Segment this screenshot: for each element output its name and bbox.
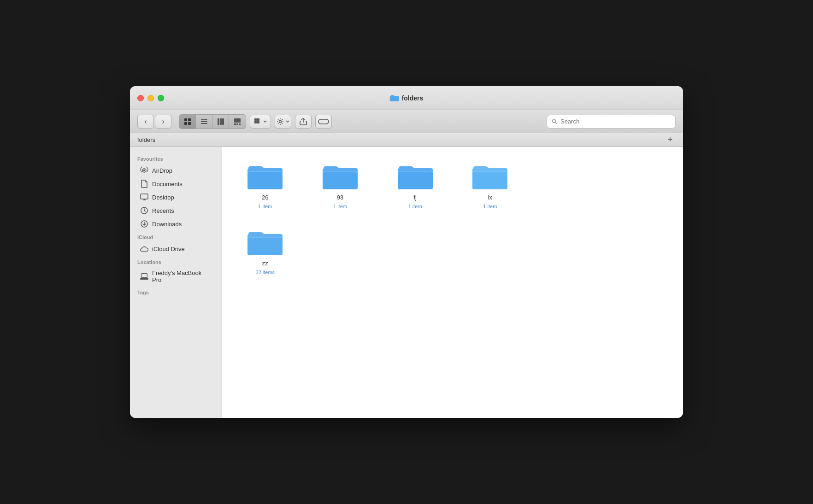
tag-icon [318,118,329,125]
folder-name-26: 26 [262,194,268,201]
folder-icon-26 [247,162,283,191]
folder-name-lx: lx [488,194,492,201]
sidebar-item-icloud-drive[interactable]: iCloud Drive [133,242,219,255]
locations-header: Locations [130,256,222,267]
airdrop-icon [140,166,148,175]
tag-button[interactable] [315,115,332,129]
content-area: Favourites AirDrop [130,147,683,418]
svg-rect-9 [222,118,224,125]
sidebar-item-downloads[interactable]: Downloads [133,217,219,230]
gear-button[interactable] [275,115,291,129]
svg-rect-10 [234,118,241,123]
search-icon [552,118,558,125]
sidebar-label-recents: Recents [152,207,174,214]
share-icon [300,118,307,125]
folder-item-93[interactable]: 93 1 item [308,158,372,213]
traffic-lights [137,95,164,101]
path-bar: folders + [130,133,683,147]
folder-name-93: 93 [337,194,343,201]
laptop-icon [140,272,148,281]
svg-rect-29 [398,171,433,172]
title-bar: folders [130,86,683,110]
folder-name-fj: fj [413,194,417,201]
svg-rect-31 [247,237,283,238]
sidebar-label-documents: Documents [152,181,183,188]
add-tab-button[interactable]: + [665,135,676,146]
svg-rect-14 [254,118,257,121]
view-buttons [179,114,246,129]
sidebar-label-airdrop: AirDrop [152,167,172,174]
group-button[interactable] [250,115,271,129]
sidebar-item-desktop[interactable]: Desktop [133,191,219,204]
favourites-header: Favourites [130,152,222,164]
downloads-icon [140,220,148,228]
group-grid-icon [254,118,261,125]
folder-item-26[interactable]: 26 1 item [233,158,297,213]
list-view-button[interactable] [196,115,212,129]
toolbar: ‹ › [130,110,683,133]
sidebar-label-downloads: Downloads [152,221,182,228]
sidebar-label-desktop: Desktop [152,194,174,201]
svg-rect-26 [141,274,147,278]
recents-icon [140,206,148,215]
svg-point-20 [552,119,555,122]
svg-rect-30 [472,171,507,172]
folder-meta-zz: 22 items [256,270,275,275]
folder-meta-fj: 1 item [408,204,422,209]
search-input[interactable] [560,118,671,125]
gear-chevron-icon [286,120,289,123]
search-bar[interactable] [547,115,676,129]
svg-rect-3 [188,122,191,125]
folder-icon-zz [247,228,283,257]
svg-rect-0 [184,118,187,121]
column-view-button[interactable] [212,115,229,129]
icloud-icon [140,245,148,253]
window-title-area: folders [390,94,424,102]
folder-name-zz: zz [262,260,268,267]
folder-item-lx[interactable]: lx 1 item [458,158,522,213]
svg-rect-15 [257,118,259,121]
svg-rect-7 [218,118,219,125]
sidebar-label-macbook: Freddy's MacBook Pro [152,270,212,283]
finder-window: folders ‹ › [130,86,683,418]
folder-icon-93 [322,162,359,191]
files-grid: 26 1 item 93 1 item [233,158,672,279]
svg-rect-27 [247,171,283,172]
folder-meta-lx: 1 item [483,204,497,209]
svg-rect-5 [201,121,207,122]
gallery-view-button[interactable] [229,115,246,129]
close-button[interactable] [137,95,144,101]
sidebar-item-macbook[interactable]: Freddy's MacBook Pro [133,267,219,286]
tags-header: Tags [130,286,222,297]
gallery-icon [234,118,241,125]
forward-button[interactable]: › [155,115,171,129]
sidebar: Favourites AirDrop [130,147,222,418]
main-content: 26 1 item 93 1 item [222,147,683,418]
gear-icon [277,118,284,125]
maximize-button[interactable] [158,95,164,101]
folder-item-fj[interactable]: fj 1 item [383,158,447,213]
icloud-header: iCloud [130,231,222,242]
svg-rect-2 [184,122,187,125]
path-title: folders [137,136,155,143]
folder-meta-93: 1 item [333,204,347,209]
svg-rect-12 [236,123,238,125]
group-chevron-icon [263,120,267,123]
icon-view-button[interactable] [179,115,196,129]
sidebar-item-airdrop[interactable]: AirDrop [133,164,219,177]
folder-icon-lx [471,162,508,191]
desktop-icon [140,193,148,201]
folder-item-zz[interactable]: zz 22 items [233,224,297,279]
svg-rect-4 [201,119,207,120]
svg-rect-19 [318,119,329,124]
sidebar-item-recents[interactable]: Recents [133,204,219,217]
sidebar-item-documents[interactable]: Documents [133,177,219,190]
svg-rect-17 [257,121,259,123]
minimize-button[interactable] [147,95,154,101]
column-icon [217,118,224,125]
svg-point-22 [143,170,145,171]
back-button[interactable]: ‹ [137,115,154,129]
share-button[interactable] [295,115,312,129]
svg-rect-23 [141,194,148,199]
svg-rect-1 [188,118,191,121]
